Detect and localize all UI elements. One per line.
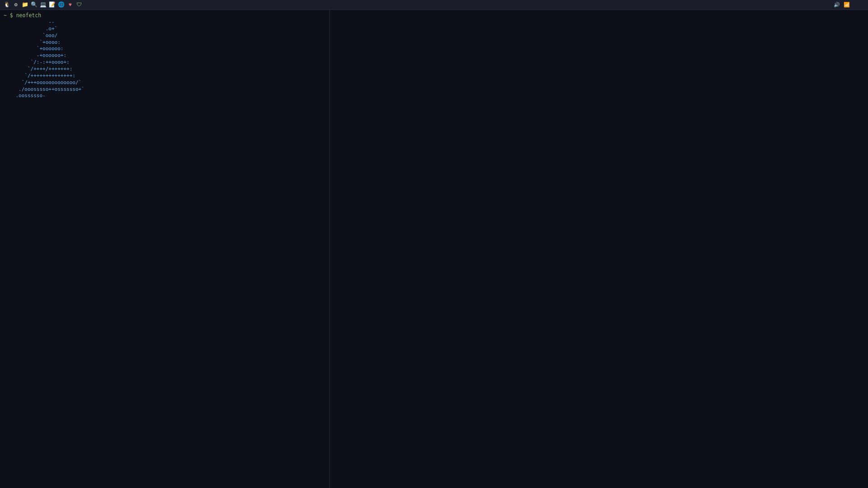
app-icon-3[interactable]: 📁 [22, 2, 28, 8]
app-icon-8[interactable]: ♥ [67, 2, 73, 8]
topbar-right: 🔊 📶 [834, 2, 864, 8]
volume-icon[interactable]: 🔊 [834, 2, 840, 8]
app-icon-2[interactable]: ⚙ [13, 2, 19, 8]
app-icon-9[interactable]: 🛡 [76, 2, 82, 8]
left-terminal: ~ $ neofetch -- .o+` `ooo/ `+oooo: `+ooo… [0, 10, 330, 488]
app-icon-1[interactable]: 🐧 [4, 2, 10, 8]
main-layout: ~ $ neofetch -- .o+` `ooo/ `+oooo: `+ooo… [0, 10, 868, 488]
terminal-content: ~ $ neofetch -- .o+` `ooo/ `+oooo: `+ooo… [0, 10, 329, 488]
app-icon-6[interactable]: 📝 [49, 2, 55, 8]
topbar-left: 🐧 ⚙ 📁 🔍 💻 📝 🌐 ♥ 🛡 [4, 2, 82, 8]
app-icon-4[interactable]: 🔍 [31, 2, 37, 8]
topbar: 🐧 ⚙ 📁 🔍 💻 📝 🌐 ♥ 🛡 🔊 📶 [0, 0, 868, 10]
app-icon-5[interactable]: 💻 [40, 2, 46, 8]
neofetch-output: -- .o+` `ooo/ `+oooo: `+oooooo: -+oooooo… [4, 19, 326, 99]
neofetch-art: -- .o+` `ooo/ `+oooo: `+oooooo: -+oooooo… [4, 19, 121, 99]
app-icon-7[interactable]: 🌐 [58, 2, 64, 8]
network-icon[interactable]: 📶 [844, 2, 850, 8]
